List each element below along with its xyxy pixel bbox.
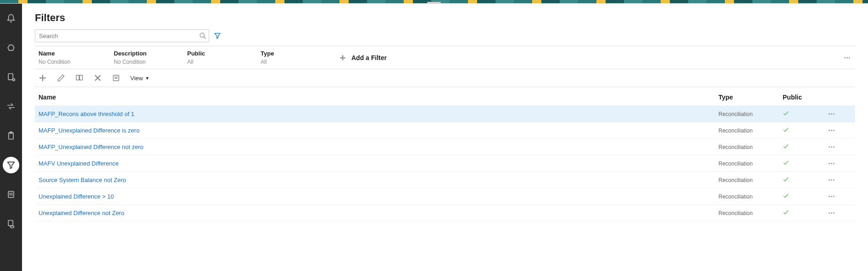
- sidebar-item-notifications[interactable]: [3, 10, 19, 27]
- check-icon: [783, 176, 789, 183]
- sidebar-item-lists[interactable]: [3, 186, 19, 203]
- row-actions-button[interactable]: [829, 130, 837, 131]
- view-menu-button[interactable]: View ▼: [130, 75, 150, 82]
- filter-column[interactable]: DescriptionNo Condition: [108, 50, 182, 65]
- filter-name-link[interactable]: Source System Balance not Zero: [39, 177, 126, 183]
- view-label: View: [130, 75, 143, 82]
- duplicate-button[interactable]: [75, 74, 83, 82]
- funnel-icon: [6, 160, 16, 170]
- filter-column[interactable]: PublicAll: [182, 50, 255, 65]
- table-header: Name Type Public: [35, 87, 855, 106]
- filter-name-link[interactable]: Unexplained Difference > 10: [39, 193, 114, 200]
- check-icon: [783, 193, 789, 199]
- new-button[interactable]: [39, 74, 47, 82]
- check-icon: [783, 110, 789, 116]
- table-row[interactable]: MAFP_Unexplained Difference not zeroReco…: [35, 139, 855, 155]
- check-icon: [783, 209, 789, 216]
- ellipsis-icon: [829, 113, 837, 115]
- window-drag-handle: [0, 0, 868, 4]
- filter-column-label: Description: [114, 50, 176, 57]
- recycle-icon: [6, 43, 16, 52]
- toolbar: View ▼: [35, 69, 855, 87]
- ellipsis-icon: [829, 212, 837, 214]
- filter-name-link[interactable]: MAFP_Unexplained Difference is zero: [39, 127, 139, 134]
- plus-circle-icon: [338, 53, 348, 63]
- row-type: Reconciliation: [718, 194, 783, 200]
- clipboard-icon: [6, 131, 16, 140]
- table-row[interactable]: Unexplained Difference > 10Reconciliatio…: [35, 188, 855, 205]
- search-icon[interactable]: [199, 32, 206, 39]
- row-actions-button[interactable]: [829, 146, 837, 148]
- header-public[interactable]: Public: [783, 94, 829, 101]
- filters-table: Name Type Public MAFP_Recons above thres…: [35, 87, 855, 221]
- search-input[interactable]: [35, 29, 209, 42]
- filter-name-link[interactable]: MAFP_Recons above threshold of 1: [39, 111, 134, 117]
- svg-rect-0: [8, 74, 13, 80]
- ellipsis-icon: [829, 146, 837, 148]
- ellipsis-icon: [829, 130, 837, 131]
- sidebar-item-configure[interactable]: [3, 69, 19, 85]
- svg-rect-7: [8, 221, 13, 226]
- sidebar-item-transfer[interactable]: [3, 98, 19, 115]
- caret-down-icon: ▼: [145, 76, 150, 81]
- filter-name-link[interactable]: Unexplained Difference not Zero: [39, 210, 124, 216]
- header-type[interactable]: Type: [718, 94, 783, 101]
- ellipsis-icon: [829, 196, 837, 197]
- filter-name-link[interactable]: MAFP_Unexplained Difference not zero: [39, 144, 144, 150]
- filter-column-label: Public: [187, 50, 250, 57]
- row-type: Reconciliation: [718, 144, 783, 150]
- row-type: Reconciliation: [718, 177, 783, 183]
- bell-icon: [6, 14, 16, 23]
- filter-column-value: All: [261, 59, 323, 65]
- publish-button[interactable]: [112, 74, 120, 82]
- row-actions-button[interactable]: [829, 212, 837, 214]
- header-name[interactable]: Name: [39, 94, 718, 101]
- edit-button[interactable]: [57, 74, 65, 82]
- ellipsis-icon: [829, 163, 837, 164]
- add-filter-button[interactable]: Add a Filter: [338, 50, 387, 63]
- filter-column-value: All: [187, 59, 250, 65]
- sidebar-item-filters[interactable]: [3, 157, 19, 173]
- row-actions-button[interactable]: [829, 179, 837, 181]
- row-public: [783, 209, 829, 217]
- page-title: Filters: [35, 12, 855, 24]
- sidebar-nav: [0, 4, 22, 271]
- filter-toggle-icon[interactable]: [214, 32, 221, 39]
- filter-name-link[interactable]: MAFV Unexplained Difference: [39, 160, 119, 167]
- sidebar-item-views[interactable]: [3, 216, 19, 232]
- main-content: Filters NameNo ConditionDescriptionNo Co…: [22, 4, 868, 271]
- row-actions-button[interactable]: [829, 196, 837, 197]
- filter-bar-more-button[interactable]: [844, 57, 852, 58]
- swap-icon: [6, 102, 16, 111]
- row-actions-button[interactable]: [829, 113, 837, 115]
- list-icon: [6, 190, 16, 199]
- sidebar-item-worklist[interactable]: [3, 39, 19, 56]
- ellipsis-icon: [844, 57, 852, 58]
- row-public: [783, 127, 829, 134]
- row-actions-button[interactable]: [829, 163, 837, 164]
- row-type: Reconciliation: [718, 160, 783, 167]
- filter-column[interactable]: TypeAll: [255, 50, 328, 65]
- table-row[interactable]: MAFV Unexplained DifferenceReconciliatio…: [35, 155, 855, 172]
- row-type: Reconciliation: [718, 127, 783, 134]
- check-icon: [783, 127, 789, 133]
- svg-rect-15: [76, 75, 79, 80]
- delete-button[interactable]: [94, 74, 102, 82]
- filter-column[interactable]: NameNo Condition: [35, 50, 108, 65]
- table-row[interactable]: MAFP_Unexplained Difference is zeroRecon…: [35, 122, 855, 139]
- row-public: [783, 176, 829, 184]
- search-box: [35, 29, 209, 42]
- table-row[interactable]: Unexplained Difference not ZeroReconcili…: [35, 205, 855, 221]
- filter-column-value: No Condition: [39, 59, 103, 65]
- add-filter-label: Add a Filter: [351, 54, 387, 61]
- table-row[interactable]: MAFP_Recons above threshold of 1Reconcil…: [35, 106, 855, 122]
- filter-column-label: Type: [261, 50, 323, 57]
- filter-column-label: Name: [39, 50, 103, 57]
- sidebar-item-clipboard[interactable]: [3, 127, 19, 144]
- table-row[interactable]: Source System Balance not ZeroReconcilia…: [35, 172, 855, 188]
- row-type: Reconciliation: [718, 210, 783, 216]
- check-icon: [783, 160, 789, 166]
- row-public: [783, 143, 829, 151]
- filter-column-value: No Condition: [114, 59, 176, 65]
- row-public: [783, 193, 829, 200]
